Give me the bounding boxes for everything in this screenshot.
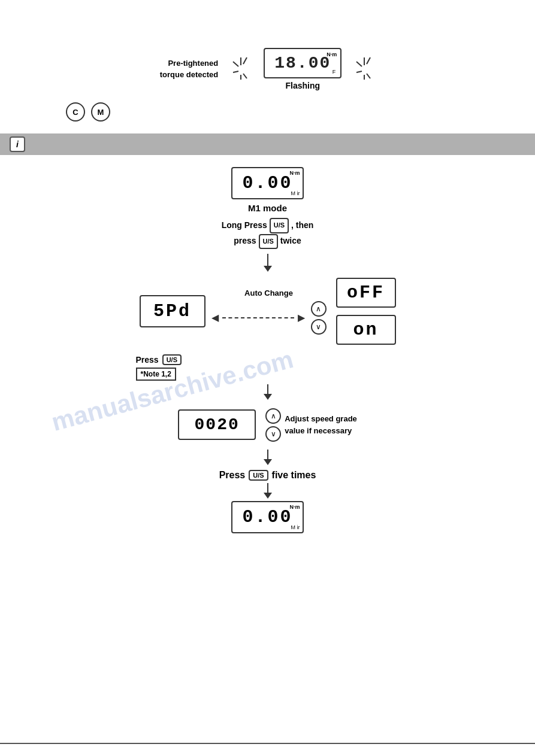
note-box: *Note 1,2 [136, 368, 176, 381]
c-button[interactable]: C [66, 102, 85, 122]
dashed-line [222, 317, 294, 318]
adjust-up-down: ∧ ∨ [265, 408, 281, 442]
bottom-rule [0, 743, 535, 744]
down-chevron-btn[interactable]: ∨ [311, 319, 327, 335]
five-times-row: Press U/S five times [219, 470, 316, 481]
speed-grade-display: 0020 [178, 409, 256, 440]
adjust-down-btn[interactable]: ∨ [265, 426, 281, 442]
us-btn-1[interactable]: U/S [270, 218, 289, 233]
m-ir-bottom: M ir [291, 524, 300, 530]
on-box: on [336, 315, 396, 345]
speed-grade-row: 0020 ∧ ∨ Adjust speed grade value if nec… [178, 405, 357, 445]
nm-sup-top: N·m [289, 170, 300, 176]
press-us-section: Press U/S *Note 1,2 [136, 351, 400, 384]
torque-value: 18.00 [274, 54, 331, 72]
spd-value: 5Pd [153, 301, 191, 321]
torque-display-box: N·m 18.00 F [264, 48, 341, 78]
svg-line-4 [243, 74, 247, 78]
svg-line-8 [367, 57, 370, 64]
flash-right-arrows [353, 54, 375, 84]
middle-row: 5Pd Auto Change ◀ ▶ ∧ ∨ oFF on [12, 278, 523, 345]
adjust-label: Adjust speed grade value if necessary [285, 413, 357, 436]
auto-change-section: Auto Change ◀ ▶ ∧ ∨ [211, 289, 327, 335]
left-rays-icon [230, 54, 252, 84]
arrow-right-icon: ▶ [298, 312, 305, 323]
flash-left-arrows [230, 54, 252, 84]
diagram-area: manualsarchive.com N·m 0.00 M ir M1 mode… [0, 167, 535, 569]
svg-line-1 [233, 62, 238, 66]
up-down-btns: ∧ ∨ [311, 301, 327, 335]
off-box: oFF [336, 278, 396, 308]
cm-row: C M [0, 90, 535, 133]
bottom-000-value: 0.00 [242, 507, 292, 527]
up-chevron-btn[interactable]: ∧ [311, 301, 327, 317]
off-on-col: oFF on [336, 278, 396, 345]
us-btn-2[interactable]: U/S [259, 234, 278, 250]
svg-line-9 [356, 71, 362, 72]
flow-connector-2 [264, 384, 272, 400]
svg-line-10 [367, 74, 370, 78]
display-top-000: N·m 0.00 M ir [231, 167, 303, 199]
off-value: oFF [347, 283, 385, 303]
top-000-value: 0.00 [242, 173, 292, 193]
adjust-section: ∧ ∨ Adjust speed grade value if necessar… [263, 408, 357, 442]
torque-label: Pre-tightened torque detected [160, 58, 219, 80]
info-bar: i [0, 133, 535, 155]
press-row: Press U/S [136, 354, 182, 365]
flow-connector-4 [264, 483, 272, 499]
flow-connector-1 [264, 254, 272, 272]
adjust-up-btn[interactable]: ∧ [265, 408, 281, 424]
right-rays-icon [353, 54, 375, 84]
us-btn-3[interactable]: U/S [162, 354, 182, 365]
spd-box: 5Pd [140, 295, 205, 327]
nm-sup-bottom: N·m [289, 504, 300, 510]
svg-line-2 [243, 57, 247, 64]
instruction-text: Long Press U/S , then press U/S twice [222, 218, 314, 249]
auto-change-label: Auto Change [244, 289, 293, 297]
flow-connector-3 [264, 450, 272, 465]
flashing-label: Flashing [285, 81, 320, 90]
display-bottom-000: N·m 0.00 M ir [231, 501, 303, 533]
on-value: on [353, 320, 378, 340]
dashed-arrow-row: ◀ ▶ ∧ ∨ [211, 301, 327, 335]
speed-grade-value: 0020 [195, 415, 240, 434]
top-section: Pre-tightened torque detected N·m 18.00 … [0, 0, 535, 90]
nm-label-top: N·m [327, 51, 337, 57]
p-label: F [333, 69, 336, 75]
us-btn-4[interactable]: U/S [249, 470, 268, 481]
svg-line-7 [356, 62, 362, 66]
m1-mode-label: M1 mode [248, 203, 287, 213]
arrow-left-icon: ◀ [211, 312, 219, 323]
flash-group: N·m 18.00 F Flashing [264, 48, 341, 90]
m-button[interactable]: M [91, 102, 110, 122]
info-icon: i [10, 136, 25, 152]
svg-line-3 [233, 71, 238, 72]
m-ir-top: M ir [291, 190, 300, 196]
